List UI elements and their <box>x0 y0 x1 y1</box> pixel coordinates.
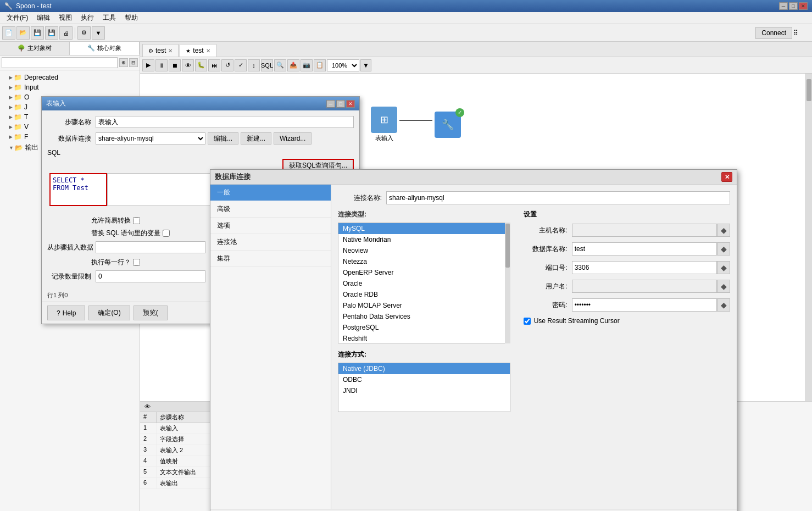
search-input[interactable] <box>2 57 118 68</box>
check-button[interactable]: ✓ <box>235 59 247 71</box>
config-button[interactable]: 📋 <box>314 59 326 71</box>
impact-button[interactable]: ↕ <box>248 59 260 71</box>
close-button[interactable]: ✕ <box>799 2 808 10</box>
bottom-left-header: 👁 <box>140 402 280 412</box>
menu-bar: 文件(F) 编辑 视图 执行 工具 帮助 <box>0 12 812 24</box>
tree-item-label: V <box>24 123 29 131</box>
br-item-insert-update[interactable]: 📝 插入 / 更新 <box>282 435 810 447</box>
connect-button[interactable]: Connect <box>755 27 792 39</box>
arrow-icon: ▶ <box>9 75 13 80</box>
tree-item-label: J <box>24 103 27 111</box>
br-item-label: 文本文件输出 <box>293 459 333 469</box>
br-item-salesforce-update[interactable]: 🔄 Salesforce Update <box>282 404 810 414</box>
tab-test-1[interactable]: ⚙ test ✕ <box>142 44 179 57</box>
br-item-delete[interactable]: 🗑 删除 <box>282 424 810 435</box>
tab-close-1[interactable]: ✕ <box>168 48 173 54</box>
folder-icon: 📁 <box>14 93 22 101</box>
folder-icon: 📁 <box>14 123 22 131</box>
save-button[interactable]: 💾 <box>31 26 44 40</box>
stop-button[interactable]: ⏹ <box>169 59 181 71</box>
br-item-table-output[interactable]: ⊞ 表输出 <box>282 493 810 504</box>
br-item-label: 数据同步 <box>293 448 320 457</box>
step-row-2[interactable]: 2 字段选择 <box>140 434 280 445</box>
debug-button[interactable]: 🐛 <box>195 59 207 71</box>
node-table-input[interactable]: ⊞ 表输入 <box>371 107 397 142</box>
sql-button[interactable]: SQL <box>261 59 273 71</box>
node-2[interactable]: 🔧 ✓ <box>435 112 461 138</box>
bottom-right-items: 🔄 Salesforce Update 🔄 Salesforce Upsert … <box>280 402 812 511</box>
step-num-3: 3 <box>140 445 157 456</box>
menu-help[interactable]: 帮助 <box>120 12 142 24</box>
step-row-5[interactable]: 5 文本文件输出 <box>140 467 280 478</box>
zoom-select[interactable]: 100% <box>327 59 359 71</box>
save-as-button[interactable]: 💾 <box>45 26 58 40</box>
dropdown-button[interactable]: ▼ <box>92 26 105 40</box>
print-button[interactable]: 🖨 <box>59 26 73 40</box>
step-row-1[interactable]: 1 表输入 <box>140 423 280 434</box>
replay-button[interactable]: ↺ <box>221 59 233 71</box>
search-icon[interactable]: ⊕ <box>119 58 128 67</box>
tree-item-deprecated[interactable]: ▶ 📁 Deprecated <box>0 73 140 82</box>
step-row-3[interactable]: 3 表输入 2 <box>140 445 280 456</box>
tree-item-output[interactable]: ▼ 📂 输出 <box>0 142 140 153</box>
br-item-update[interactable]: 🔁 更新 <box>282 470 810 481</box>
menu-view[interactable]: 视图 <box>54 12 76 24</box>
right-content: ⚙ test ✕ ★ test ✕ ▶ ⏸ ⏹ 👁 🐛 ⏭ ↺ ✓ ↕ SQL … <box>140 42 812 511</box>
tree-item-label: Input <box>24 84 39 91</box>
br-item-datasync[interactable]: 🔃 数据同步 <box>282 447 810 458</box>
tree-item-v[interactable]: ▶ 📁 V <box>0 122 140 132</box>
tab-main-objects[interactable]: 🌳 主对象树 <box>0 42 70 55</box>
br-item-auto-doc[interactable]: 📃 自动文档输出 <box>282 481 810 493</box>
canvas-scrollbar[interactable] <box>805 74 812 401</box>
br-item-salesforce-upsert[interactable]: 🔄 Salesforce Upsert <box>282 414 810 424</box>
br-item-config-output[interactable]: ⚙ 配置文件输出 <box>282 504 810 511</box>
open-button[interactable]: 📂 <box>16 26 30 40</box>
step-list: # 步骤名称 1 表输入 2 字段选择 3 表输 <box>140 412 280 489</box>
minimize-button[interactable]: ─ <box>779 2 788 10</box>
explore-button[interactable]: 🔍 <box>274 59 286 71</box>
step-row-4[interactable]: 4 值映射 <box>140 456 280 467</box>
canvas-area[interactable]: ⊞ 表输入 🔧 ✓ <box>140 74 812 401</box>
maximize-button[interactable]: □ <box>789 2 798 10</box>
menu-execute[interactable]: 执行 <box>76 12 98 24</box>
br-item-text-file-output[interactable]: 📄 文本文件输出 <box>282 458 810 470</box>
tab-close-2[interactable]: ✕ <box>206 48 210 54</box>
tab-test-2[interactable]: ★ test ✕ <box>180 44 216 57</box>
tree-item-j[interactable]: ▶ 📁 J <box>0 102 140 112</box>
sf-update-icon: 🔄 <box>282 406 290 413</box>
sf-upsert-icon: 🔄 <box>282 415 290 423</box>
export-button[interactable]: 📤 <box>287 59 299 71</box>
tree-item-t[interactable]: ▶ 📁 T <box>0 112 140 122</box>
window-title: Spoon - test <box>16 2 52 10</box>
tab-core-objects[interactable]: 🔧 核心对象 <box>70 42 140 55</box>
collapse-icon[interactable]: ⊟ <box>129 58 138 67</box>
tree-item-label: Deprecated <box>24 74 58 81</box>
arrow-icon: ▶ <box>9 95 13 100</box>
menu-edit[interactable]: 编辑 <box>32 12 54 24</box>
pause-button[interactable]: ⏸ <box>155 59 168 71</box>
tree-item-o[interactable]: ▶ 📁 O <box>0 92 140 102</box>
scrollbar-thumb[interactable] <box>807 79 811 101</box>
run-button[interactable]: ▶ <box>142 59 154 71</box>
snapshot-button[interactable]: 📷 <box>301 59 313 71</box>
step-row-6[interactable]: 6 表输出 <box>140 478 280 489</box>
window-controls: ─ □ ✕ <box>779 2 808 10</box>
tree-item-input[interactable]: ▶ 📁 Input <box>0 82 140 92</box>
zoom-dropdown[interactable]: ▼ <box>360 59 371 71</box>
datasync-icon: 🔃 <box>282 449 290 456</box>
step-name-4: 值映射 <box>157 456 280 466</box>
step-num-6: 6 <box>140 478 157 488</box>
menu-file[interactable]: 文件(F) <box>2 12 32 24</box>
arrow-icon: ▶ <box>9 85 13 90</box>
menu-tools[interactable]: 工具 <box>98 12 120 24</box>
preview-button[interactable]: 👁 <box>182 59 194 71</box>
tree-item-f[interactable]: ▶ 📁 F <box>0 132 140 142</box>
new-button[interactable]: 📄 <box>2 26 15 40</box>
tree-item-label: T <box>24 113 28 121</box>
folder-icon: 📁 <box>14 84 22 91</box>
settings-button[interactable]: ⚙ <box>77 26 91 40</box>
step-name-5: 文本文件输出 <box>157 467 280 477</box>
main-layout: 🌳 主对象树 🔧 核心对象 ⊕ ⊟ ▶ 📁 Deprecated ▶ <box>0 42 812 511</box>
toolbar-separator-1 <box>75 27 75 38</box>
step-forward-button[interactable]: ⏭ <box>208 59 220 71</box>
